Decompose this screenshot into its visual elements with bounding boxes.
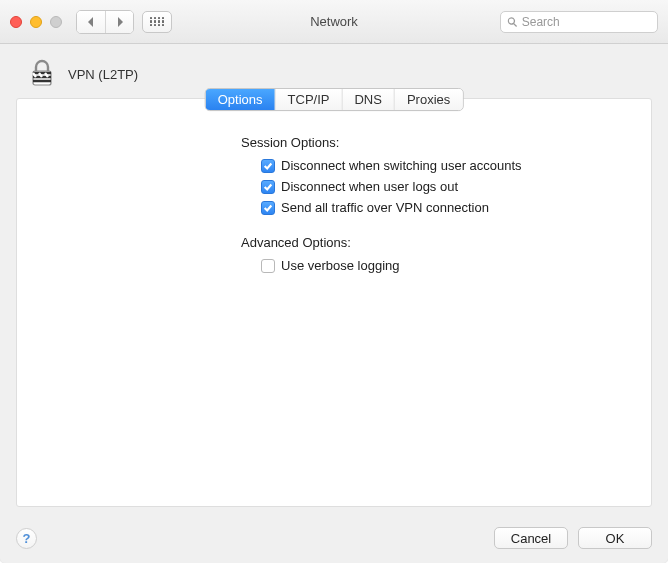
help-button[interactable]: ?: [16, 528, 37, 549]
settings-panel: Options TCP/IP DNS Proxies Session Optio…: [16, 98, 652, 507]
zoom-window-button[interactable]: [50, 16, 62, 28]
window-controls: [10, 16, 62, 28]
minimize-window-button[interactable]: [30, 16, 42, 28]
session-options-label: Session Options:: [241, 135, 627, 150]
checkbox-disconnect-logout[interactable]: [261, 180, 275, 194]
check-icon: [263, 182, 273, 192]
search-input[interactable]: [522, 15, 651, 29]
close-window-button[interactable]: [10, 16, 22, 28]
panel-content: Session Options: Disconnect when switchi…: [17, 99, 651, 299]
option-verbose-logging[interactable]: Use verbose logging: [261, 258, 627, 273]
chevron-right-icon: [116, 17, 124, 27]
show-all-button[interactable]: [142, 11, 172, 33]
option-label: Disconnect when switching user accounts: [281, 158, 522, 173]
checkbox-all-traffic[interactable]: [261, 201, 275, 215]
option-disconnect-switch-user[interactable]: Disconnect when switching user accounts: [261, 158, 627, 173]
body: VPN (L2TP) Options TCP/IP DNS Proxies Se…: [0, 44, 668, 519]
option-label: Send all traffic over VPN connection: [281, 200, 489, 215]
search-icon: [507, 16, 518, 28]
forward-button[interactable]: [105, 11, 133, 33]
lock-icon: [26, 58, 58, 90]
vpn-header: VPN (L2TP): [16, 58, 652, 90]
tab-tcpip[interactable]: TCP/IP: [276, 89, 343, 110]
checkbox-disconnect-switch-user[interactable]: [261, 159, 275, 173]
footer: ? Cancel OK: [0, 519, 668, 563]
titlebar: Network: [0, 0, 668, 44]
grid-icon: [150, 17, 164, 27]
checkbox-verbose-logging[interactable]: [261, 259, 275, 273]
advanced-options-label: Advanced Options:: [241, 235, 627, 250]
chevron-left-icon: [87, 17, 95, 27]
help-icon: ?: [23, 531, 31, 546]
network-preferences-window: Network VPN (L2TP) Options TCP/IP DNS Pr…: [0, 0, 668, 563]
vpn-title: VPN (L2TP): [68, 67, 138, 82]
search-field[interactable]: [500, 11, 658, 33]
tab-strip: Options TCP/IP DNS Proxies: [205, 88, 464, 111]
check-icon: [263, 161, 273, 171]
tab-dns[interactable]: DNS: [342, 89, 394, 110]
tab-proxies[interactable]: Proxies: [395, 89, 462, 110]
tab-options[interactable]: Options: [206, 89, 276, 110]
check-icon: [263, 203, 273, 213]
option-all-traffic[interactable]: Send all traffic over VPN connection: [261, 200, 627, 215]
option-label: Disconnect when user logs out: [281, 179, 458, 194]
ok-button[interactable]: OK: [578, 527, 652, 549]
nav-back-forward: [76, 10, 134, 34]
back-button[interactable]: [77, 11, 105, 33]
cancel-button[interactable]: Cancel: [494, 527, 568, 549]
option-label: Use verbose logging: [281, 258, 400, 273]
option-disconnect-logout[interactable]: Disconnect when user logs out: [261, 179, 627, 194]
